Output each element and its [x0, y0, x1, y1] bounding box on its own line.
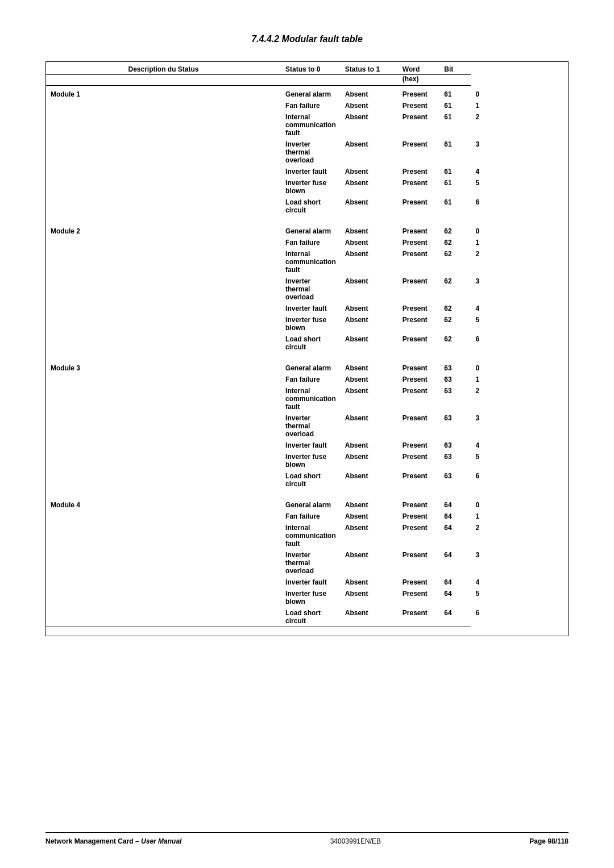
row-description: Internal communication fault: [281, 248, 341, 276]
row-status1: Present: [398, 86, 440, 101]
subheader-status1-empty: [341, 75, 398, 86]
footer-center: 34003991EN/EB: [330, 837, 381, 845]
row-bit: 1: [471, 374, 568, 385]
row-bit: 0: [471, 86, 568, 101]
footer: Network Management Card – User Manual 34…: [45, 832, 569, 845]
module-label-cell: [46, 522, 281, 549]
row-description: Inverter fuse blown: [281, 588, 341, 607]
row-status1: Present: [398, 470, 440, 490]
table-row: Inverter thermal overloadAbsentPresent61…: [46, 139, 569, 166]
row-description: General alarm: [281, 223, 341, 237]
row-word: 63: [439, 412, 471, 440]
table-row: Load short circuitAbsentPresent636: [46, 470, 569, 490]
row-description: Internal communication fault: [281, 522, 341, 549]
table-row: Module 4General alarmAbsentPresent640: [46, 496, 569, 511]
row-word: 64: [439, 511, 471, 522]
row-status0: Absent: [341, 276, 398, 303]
module-label-cell: Module 2: [46, 223, 281, 237]
module-label-cell: [46, 177, 281, 197]
table-row: Internal communication faultAbsentPresen…: [46, 111, 569, 139]
row-word: 63: [439, 451, 471, 470]
module-label-cell: [46, 374, 281, 385]
module-label-cell: [46, 451, 281, 470]
row-description: Inverter fuse blown: [281, 177, 341, 197]
row-description: Inverter thermal overload: [281, 412, 341, 440]
row-status0: Absent: [341, 360, 398, 374]
row-status0: Absent: [341, 549, 398, 577]
row-description: Inverter fault: [281, 577, 341, 588]
row-status0: Absent: [341, 385, 398, 412]
col-header-word: Word: [398, 62, 440, 75]
row-status0: Absent: [341, 237, 398, 248]
row-word: 64: [439, 588, 471, 607]
table-subheader-row: (hex): [46, 75, 569, 86]
row-bit: 3: [471, 276, 568, 303]
row-bit: 0: [471, 360, 568, 374]
row-status0: Absent: [341, 111, 398, 139]
table-row: Fan failureAbsentPresent641: [46, 511, 569, 522]
row-description: Fan failure: [281, 374, 341, 385]
subheader-status0-empty: [281, 75, 341, 86]
spacer-row: [46, 353, 569, 360]
row-status1: Present: [398, 496, 440, 511]
table-row: Inverter thermal overloadAbsentPresent62…: [46, 276, 569, 303]
row-status0: Absent: [341, 248, 398, 276]
row-status1: Present: [398, 440, 440, 451]
row-status0: Absent: [341, 440, 398, 451]
row-description: Load short circuit: [281, 197, 341, 216]
row-bit: 1: [471, 100, 568, 111]
row-status1: Present: [398, 522, 440, 549]
row-status1: Present: [398, 360, 440, 374]
row-word: 62: [439, 276, 471, 303]
table-row: Inverter fuse blownAbsentPresent635: [46, 451, 569, 470]
table-row: Inverter faultAbsentPresent634: [46, 440, 569, 451]
row-bit: 5: [471, 588, 568, 607]
row-status1: Present: [398, 223, 440, 237]
row-status1: Present: [398, 177, 440, 197]
row-word: 61: [439, 139, 471, 166]
table-row: Internal communication faultAbsentPresen…: [46, 522, 569, 549]
footer-manual: User Manual: [141, 837, 181, 845]
row-description: General alarm: [281, 360, 341, 374]
table-row: Inverter fuse blownAbsentPresent625: [46, 314, 569, 333]
row-word: 61: [439, 166, 471, 177]
row-description: Load short circuit: [281, 607, 341, 627]
row-description: Load short circuit: [281, 333, 341, 353]
module-label-cell: [46, 588, 281, 607]
row-description: General alarm: [281, 496, 341, 511]
row-status1: Present: [398, 588, 440, 607]
row-word: 64: [439, 577, 471, 588]
row-bit: 1: [471, 237, 568, 248]
row-bit: 5: [471, 314, 568, 333]
row-status0: Absent: [341, 412, 398, 440]
row-description: Load short circuit: [281, 470, 341, 490]
row-status1: Present: [398, 451, 440, 470]
row-word: 61: [439, 177, 471, 197]
row-status0: Absent: [341, 511, 398, 522]
table-header-row: Description du Status Status to 0 Status…: [46, 62, 569, 75]
row-status1: Present: [398, 412, 440, 440]
row-word: 63: [439, 374, 471, 385]
table-body: Module 1General alarmAbsentPresent610Fan…: [46, 86, 569, 636]
row-status1: Present: [398, 385, 440, 412]
row-status1: Present: [398, 374, 440, 385]
row-bit: 2: [471, 111, 568, 139]
section-title: 7.4.4.2 Modular fault table: [45, 34, 569, 44]
module-label: Module 2: [51, 227, 80, 235]
row-bit: 3: [471, 412, 568, 440]
row-bit: 6: [471, 607, 568, 627]
row-status0: Absent: [341, 607, 398, 627]
row-bit: 6: [471, 333, 568, 353]
module-label-cell: [46, 303, 281, 314]
row-word: 63: [439, 440, 471, 451]
row-word: 62: [439, 237, 471, 248]
row-bit: 4: [471, 166, 568, 177]
table-row: Module 3General alarmAbsentPresent630: [46, 360, 569, 374]
row-description: Inverter fuse blown: [281, 451, 341, 470]
module-label: Module 4: [51, 501, 80, 509]
row-bit: 0: [471, 223, 568, 237]
row-word: 62: [439, 314, 471, 333]
row-bit: 5: [471, 451, 568, 470]
row-bit: 3: [471, 549, 568, 577]
row-word: 64: [439, 549, 471, 577]
